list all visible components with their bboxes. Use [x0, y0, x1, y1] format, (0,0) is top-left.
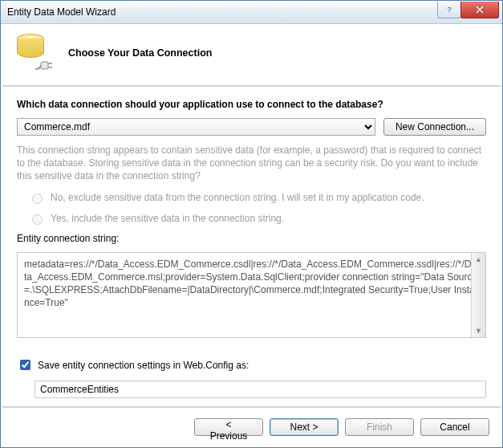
connection-string-text: metadata=res://*/Data_Access.EDM_Commerc… [24, 259, 477, 309]
previous-button[interactable]: < Previous [194, 418, 263, 436]
radio-include-label: Yes, include the sensitive data in the c… [51, 213, 284, 224]
window-title: Entity Data Model Wizard [1, 6, 438, 18]
scroll-down-icon[interactable]: ▼ [475, 324, 482, 337]
finish-button: Finish [345, 418, 414, 436]
radio-exclude-sensitive: No, exclude sensitive data from the conn… [28, 191, 486, 204]
next-button[interactable]: Next > [270, 418, 339, 436]
connection-string-label: Entity connection string: [17, 233, 486, 244]
save-settings-row[interactable]: Save entity connection settings in Web.C… [17, 357, 486, 373]
sensitive-data-explain: This connection string appears to contai… [17, 144, 486, 183]
svg-rect-1 [41, 62, 48, 69]
wizard-window: Entity Data Model Wizard ? Choose Your D… [0, 0, 503, 448]
save-settings-label: Save entity connection settings in Web.C… [38, 360, 249, 371]
page-heading: Choose Your Data Connection [68, 47, 212, 59]
cancel-button[interactable]: Cancel [420, 418, 489, 436]
close-button[interactable] [460, 2, 499, 18]
connection-select[interactable]: Commerce.mdf [17, 118, 375, 136]
connection-string-box: metadata=res://*/Data_Access.EDM_Commerc… [17, 252, 486, 339]
wizard-header: Choose Your Data Connection [1, 24, 502, 85]
svg-text:?: ? [447, 6, 451, 14]
scroll-up-icon[interactable]: ▲ [475, 253, 482, 266]
radio-exclude-input [32, 193, 43, 204]
config-name-input[interactable] [34, 381, 486, 398]
radio-include-input [32, 214, 43, 225]
help-button[interactable]: ? [437, 2, 461, 18]
question-label: Which data connection should your applic… [17, 99, 486, 110]
radio-exclude-label: No, exclude sensitive data from the conn… [51, 192, 424, 203]
radio-include-sensitive: Yes, include the sensitive data in the c… [28, 212, 486, 225]
scrollbar[interactable]: ▲ ▼ [471, 253, 485, 338]
titlebar[interactable]: Entity Data Model Wizard ? [1, 1, 502, 24]
wizard-footer: < Previous Next > Finish Cancel [1, 409, 502, 447]
database-connection-icon [14, 32, 55, 74]
new-connection-button[interactable]: New Connection... [383, 118, 486, 136]
save-settings-checkbox[interactable] [20, 360, 30, 370]
